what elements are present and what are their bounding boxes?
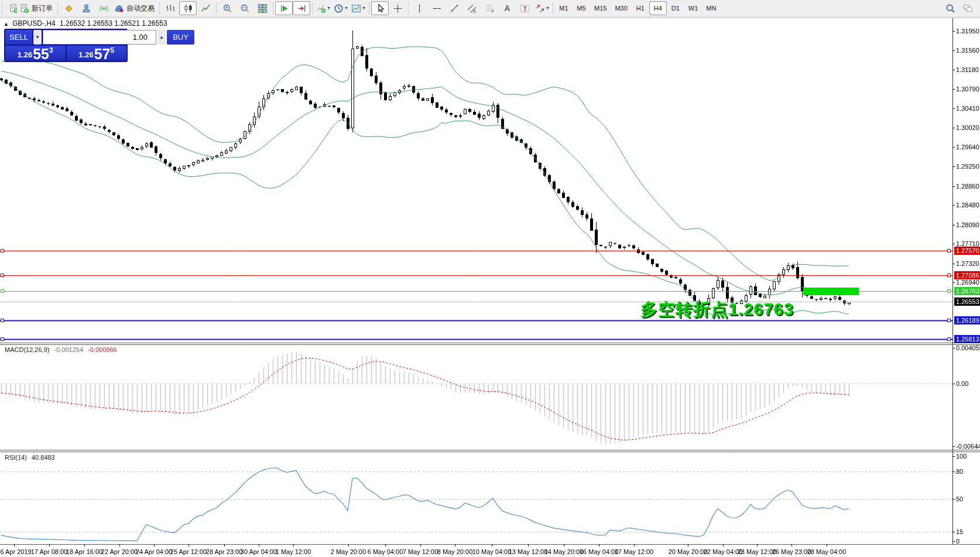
sell-price-display[interactable]: 1.26 55 3 (5, 46, 66, 61)
zoom-out-icon (240, 4, 250, 13)
dropdown-caret-icon[interactable]: ▾ (362, 6, 365, 11)
new-chart-button[interactable] (7, 1, 18, 15)
timeframe-d1-button[interactable]: D1 (667, 1, 684, 15)
community-button[interactable] (77, 1, 95, 15)
rsi-scale-label: 100 (956, 453, 967, 460)
analyst-annotation-text[interactable]: 多空转折点1.26763 (640, 298, 794, 322)
timeframe-w1-button[interactable]: W1 (684, 1, 703, 15)
toolbar: 新订单自动交易▾▾▾EFAT▾M1M5M15M30H1H4D1W1MN (0, 0, 980, 17)
time-axis-label: 28 Apr 23:00 (206, 548, 242, 555)
price-scale-label: 1.30410 (956, 105, 979, 112)
linechart-icon (201, 4, 211, 13)
chat-button[interactable] (959, 1, 976, 15)
dropdown-caret-icon[interactable]: ▾ (546, 6, 549, 11)
zoom-in-button[interactable] (218, 1, 236, 15)
price-scale-label: 1.26940 (956, 279, 979, 286)
price-marker-label: 1.26763 (954, 287, 980, 295)
signals-button[interactable] (95, 1, 112, 15)
text-label-button[interactable]: T (516, 1, 533, 15)
volume-decrease-button[interactable]: ▼ (33, 30, 42, 45)
time-axis-label: 17 Apr 08:00 (31, 548, 67, 555)
label-t-icon: T (520, 4, 530, 13)
text-button[interactable]: A (498, 1, 516, 15)
price-marker-label: 1.27086 (954, 271, 980, 279)
cursor-button[interactable] (371, 1, 389, 15)
candlestick-button[interactable] (179, 1, 197, 15)
trendline-button[interactable] (446, 1, 463, 15)
chart-canvas[interactable] (0, 0, 980, 557)
buy-price-prefix: 1.26 (78, 50, 93, 59)
time-axis-label: 14 May 20:00 (544, 548, 584, 555)
indicators-button[interactable]: ▾ (314, 1, 332, 15)
templates-button[interactable]: ▾ (349, 1, 367, 15)
macd-scale-label: -0.006442 (956, 443, 980, 450)
crosshair-button[interactable] (389, 1, 406, 15)
time-axis-label: 26 May 23:00 (772, 548, 811, 555)
doc-plus-icon (19, 4, 29, 13)
collapse-one-click-icon[interactable]: ▲ (4, 21, 9, 27)
equidistant-channel-button[interactable]: E (463, 1, 481, 15)
time-axis-label: 22 Apr 20:00 (101, 548, 138, 555)
horizontal-line-button[interactable] (428, 1, 446, 15)
arrows-button[interactable]: ▾ (533, 1, 551, 15)
svg-text:E: E (473, 9, 476, 13)
cursor-icon (375, 4, 385, 13)
rsi-scale-label: 80 (956, 468, 963, 475)
zoom-out-button[interactable] (236, 1, 253, 15)
dropdown-caret-icon[interactable]: ▾ (345, 6, 347, 11)
timeframe-m1-button[interactable]: M1 (555, 1, 573, 15)
timeframe-h1-button[interactable]: H1 (632, 1, 649, 15)
time-axis-label: 7 May 12:00 (403, 548, 438, 555)
zoom-in-icon (222, 4, 232, 13)
line-chart-button[interactable] (197, 1, 214, 15)
toolbar-grip (2, 2, 6, 14)
sell-button[interactable]: SELL (5, 30, 32, 45)
time-axis-label: 16 May 04:00 (580, 548, 619, 555)
tile-windows-button[interactable] (253, 1, 271, 15)
time-axis-label: 13 May 12:00 (509, 548, 548, 555)
candles-icon (183, 4, 193, 13)
metaeditor-button[interactable] (60, 1, 77, 15)
timeframe-m5-button[interactable]: M5 (573, 1, 590, 15)
clock-icon (334, 4, 344, 13)
new-order-button[interactable]: 新订单 (18, 1, 56, 15)
search-button[interactable] (941, 1, 959, 15)
shift-end-icon (297, 4, 307, 13)
toolbar-separator (216, 2, 217, 15)
timeframe-mn-button-label: MN (704, 5, 718, 12)
time-axis-label: 22 May 04:00 (704, 548, 743, 555)
price-marker-label: 1.26189 (954, 316, 980, 324)
new-order-button-label: 新订单 (30, 4, 54, 13)
timeframe-h1-button-label: H1 (634, 5, 647, 12)
fibonacci-button[interactable]: F (481, 1, 498, 15)
volume-input[interactable] (43, 30, 156, 45)
vertical-line-button[interactable] (410, 1, 428, 15)
timeframe-h4-button[interactable]: H4 (649, 1, 667, 15)
price-scale-label: 1.30790 (956, 86, 979, 93)
price-scale-label: 1.28090 (956, 221, 979, 228)
time-axis-label: 20 May 20:00 (669, 548, 708, 555)
time-axis-label: 10 May 04:00 (472, 548, 512, 555)
buy-price-main: 57 (94, 47, 111, 60)
autotrading-button[interactable]: 自动交易 (112, 1, 157, 15)
price-marker-label: 1.25813 (954, 335, 980, 343)
buy-price-display[interactable]: 1.26 57 5 (67, 46, 127, 61)
timeframe-m15-button[interactable]: M15 (590, 1, 611, 15)
chart-shift-button[interactable] (293, 1, 310, 15)
autoscroll-icon (279, 4, 289, 13)
time-axis-label: 25 Apr 12:00 (170, 548, 207, 555)
timeframe-m30-button[interactable]: M30 (611, 1, 631, 15)
volume-increase-button[interactable]: ▲ (157, 30, 166, 45)
auto-scroll-button[interactable] (275, 1, 293, 15)
macd-scale-label: 0.00 (956, 380, 968, 387)
periods-button[interactable]: ▾ (332, 1, 349, 15)
toolbar-right-group (941, 1, 976, 15)
dropdown-caret-icon[interactable]: ▾ (327, 6, 330, 11)
green-highlight-rectangle[interactable] (803, 288, 859, 295)
crosshair-icon (393, 4, 403, 13)
time-axis-label: 6 May 04:00 (368, 548, 403, 555)
shapes-icon (535, 4, 545, 13)
bar-chart-button[interactable] (162, 1, 179, 15)
buy-button[interactable]: BUY (167, 30, 194, 45)
timeframe-mn-button[interactable]: MN (702, 1, 720, 15)
